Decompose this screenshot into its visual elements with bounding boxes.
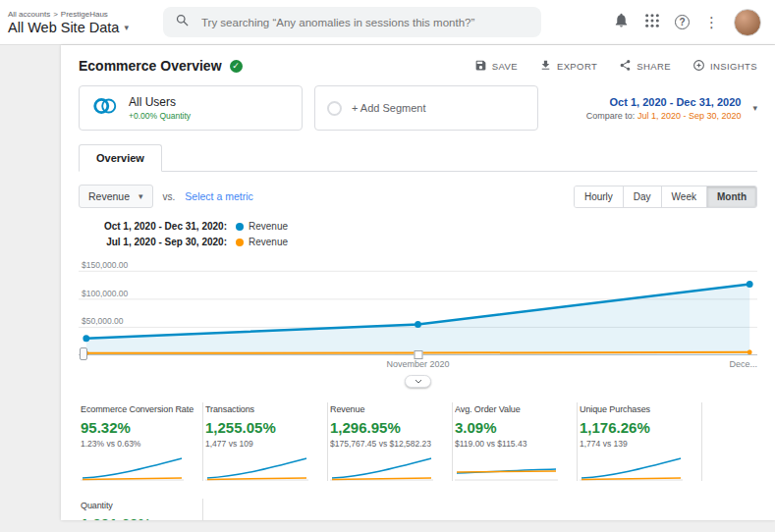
metric-dropdown[interactable]: Revenue ▾ [79,185,153,208]
y-axis-tick: $50,000.00 [80,316,126,326]
insights-button[interactable]: INSIGHTS [692,59,757,74]
report-actions: SAVE EXPORT SHARE [474,59,757,74]
y-axis-tick: $100,000.00 [80,289,130,298]
export-label: EXPORT [557,61,597,72]
export-button[interactable]: EXPORT [539,59,597,74]
segment-name: All Users [129,95,191,109]
avatar[interactable] [734,9,761,36]
sparkline [81,455,184,481]
legend-primary-range: Oct 1, 2020 - Dec 31, 2020: [79,221,236,232]
legend-dot-compare [236,239,244,246]
legend-compare-range: Jul 1, 2020 - Sep 30, 2020: [79,237,236,247]
granularity-month[interactable]: Month [706,186,756,207]
insights-label: INSIGHTS [710,61,757,72]
segment-all-users[interactable]: All Users +0.00% Quantity [79,85,303,131]
chevron-down-icon: ▾ [124,23,129,32]
timeline-scrubber[interactable] [414,350,422,359]
scorecard-comparison: 1,477 vs 109 [205,439,319,449]
date-range-primary: Oct 1, 2020 - Dec 31, 2020 [586,96,742,108]
scorecard-label: Revenue [330,404,444,414]
page-background: Ecommerce Overview ✓ SAVE EXPORT [0,45,775,532]
verified-check-icon: ✓ [230,60,243,73]
report-card: Ecommerce Overview ✓ SAVE EXPORT [61,45,775,520]
save-icon [474,59,487,74]
apps-grid-icon[interactable] [644,13,660,32]
scorecard-label: Quantity [81,501,194,510]
breadcrumb-account[interactable]: PrestigeHaus [61,10,108,19]
scorecard-comparison: 1,774 vs 139 [580,439,693,449]
breadcrumb-root[interactable]: All accounts [8,10,50,19]
scorecard-label: Transactions [205,404,319,414]
more-options-icon[interactable]: ⋮ [704,15,719,29]
x-axis-label-center: November 2020 [386,359,449,369]
search-icon [175,13,190,31]
account-selector[interactable]: All accounts > PrestigeHaus All Web Site… [8,10,145,35]
scorecard-value: 1,221.62% [81,515,194,520]
save-label: SAVE [492,61,518,72]
scorecard-label: Unique Purchases [580,404,693,414]
y-axis-tick: $150,000.00 [80,260,130,270]
export-icon [539,59,552,74]
share-label: SHARE [637,61,671,72]
add-segment-label: + Add Segment [352,102,426,114]
search-bar[interactable] [163,7,541,37]
segment-detail: +0.00% Quantity [129,111,191,121]
granularity-week[interactable]: Week [661,186,706,207]
tab-overview[interactable]: Overview [79,144,162,172]
scorecard-comparison: $175,767.45 vs $12,582.23 [330,439,444,449]
legend-dot-primary [236,223,244,231]
search-input[interactable] [199,16,529,29]
sparkline [205,455,308,481]
legend-compare-item: Revenue [236,237,757,247]
report-header: Ecommerce Overview ✓ SAVE EXPORT [79,58,757,74]
scorecard-comparison: 1.23% vs 0.63% [81,439,194,449]
timeline-drag-handle[interactable] [405,375,431,388]
scorecards: Ecommerce Conversion Rate 95.32% 1.23% v… [79,402,757,520]
share-button[interactable]: SHARE [619,59,671,74]
top-app-bar: All accounts > PrestigeHaus All Web Site… [0,0,775,45]
select-metric-link[interactable]: Select a metric [185,190,252,202]
help-icon[interactable]: ? [675,15,690,29]
scorecard-value: 1,176.26% [580,419,693,436]
metric-dropdown-value: Revenue [88,190,130,202]
chevron-down-icon: ▾ [752,103,757,113]
chart-legend: Oct 1, 2020 - Dec 31, 2020: Revenue Jul … [79,221,757,247]
granularity-day[interactable]: Day [623,186,661,207]
scorecard-value: 1,255.05% [205,419,319,436]
explorer-controls: Revenue ▾ vs. Select a metric Hourly Day… [79,185,757,208]
segment-row: All Users +0.00% Quantity + Add Segment … [79,85,757,131]
view-name[interactable]: All Web Site Data [8,20,119,35]
timeseries-svg [79,257,757,355]
timeseries-chart: $50,000.00$100,000.00$150,000.00 [79,257,757,355]
scorecard-unique-purchases: Unique Purchases 1,176.26% 1,774 vs 139 [578,402,702,481]
compare-range: Jul 1, 2020 - Sep 30, 2020 [637,111,742,121]
scorecard-avg-order-value: Avg. Order Value 3.09% $119.00 vs $115.4… [453,402,578,481]
chevron-down-icon: ▾ [138,191,143,201]
compare-label: Compare to: [586,111,637,121]
save-button[interactable]: SAVE [474,59,518,74]
scorecard-value: 3.09% [455,419,569,436]
date-range-compare: Compare to: Jul 1, 2020 - Sep 30, 2020 [586,111,742,121]
scorecard-value: 95.32% [81,419,194,436]
legend-primary-metric: Revenue [249,221,288,232]
breadcrumb-separator: > [53,10,58,19]
vs-label: vs. [163,191,176,202]
add-segment-button[interactable]: + Add Segment [314,85,538,131]
share-icon [619,59,632,74]
notifications-icon[interactable] [613,12,630,32]
scorecard-value: 1,296.95% [330,419,444,436]
date-range-selector[interactable]: Oct 1, 2020 - Dec 31, 2020 Compare to: J… [586,96,757,121]
scorecard-comparison: $119.00 vs $115.43 [455,439,569,449]
scorecard-ecommerce-conversion-rate: Ecommerce Conversion Rate 95.32% 1.23% v… [79,402,203,481]
page-title: Ecommerce Overview [79,58,222,74]
granularity-group: Hourly Day Week Month [574,186,757,208]
granularity-hourly[interactable]: Hourly [575,186,623,207]
segment-venn-icon [91,95,119,121]
sparkline [330,455,433,481]
x-axis-label-right: Dece... [729,359,757,369]
x-axis: November 2020 Dece... [79,359,757,372]
scorecard-quantity: Quantity 1,221.62% 1,956 vs 148 [79,499,203,520]
scorecard-label: Avg. Order Value [455,404,569,414]
sparkline [580,455,683,481]
breadcrumb[interactable]: All accounts > PrestigeHaus [8,10,145,19]
